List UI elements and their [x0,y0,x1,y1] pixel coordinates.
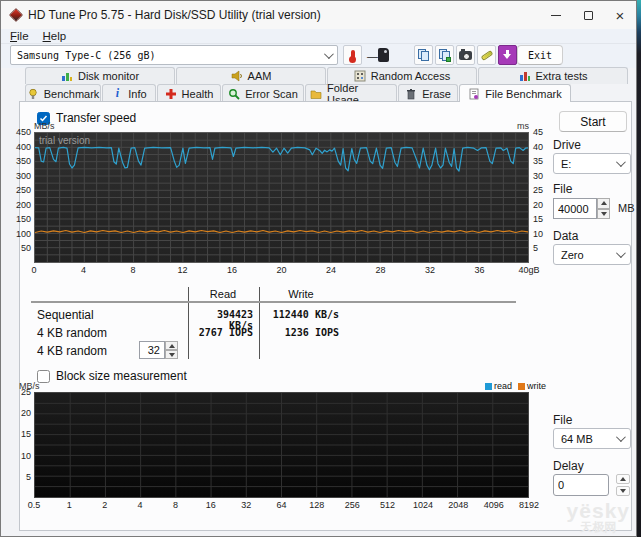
chart-legend: read write [485,381,546,391]
tab-label: Disk monitor [78,70,139,82]
tab-disk-monitor[interactable]: Disk monitor [25,67,175,84]
axis-tick: 4 [138,500,143,510]
axis-tick: 8 [130,265,135,275]
copy-text-button[interactable] [414,45,433,65]
app-icon [9,8,23,22]
axis-tick: 5 [533,243,538,253]
info-icon: i [111,88,123,100]
spin-down-button[interactable] [616,486,630,496]
block-size-label: Block size measurement [56,369,187,383]
delay-input[interactable] [553,474,609,496]
block-size-chart [34,392,529,498]
file-size-input[interactable] [553,198,597,219]
close-button[interactable]: × [604,1,636,29]
queue-depth-input[interactable] [139,341,165,359]
copy-image-button[interactable] [435,45,454,65]
axis-tick: 10 [21,451,31,461]
axis-tick: 4 [81,265,86,275]
axis-tick: 15 [21,429,31,439]
write-header: Write [261,288,341,300]
exit-button[interactable]: Exit [517,45,563,65]
axis-tick: 30 [533,171,543,181]
tab-label: File Benchmark [485,88,561,100]
y2-axis-ticks: 45403530252015105 [533,132,553,263]
data-pattern-select[interactable]: Zero [553,244,631,265]
highlight-button[interactable] [477,45,496,65]
start-button[interactable]: Start [559,111,627,132]
row-label: 4 KB random [37,326,107,340]
block-size-checkbox[interactable]: Block size measurement [37,369,187,383]
file-size-label: File [553,182,572,196]
axis-tick: 450 [16,127,31,137]
trial-version-watermark: trial version [39,135,90,146]
spin-down-button[interactable] [165,350,178,359]
axis-tick: 1024 [413,500,433,510]
data-pattern-value: Zero [561,249,584,261]
block-file-label: File [553,413,572,427]
update-button[interactable] [498,45,517,65]
tab-aam[interactable]: AAM [176,67,326,84]
menu-bar: File Help [1,29,636,44]
pen-icon [480,50,493,61]
axis-tick: 32 [425,265,435,275]
tab-erase[interactable]: Erase [398,84,458,102]
axis-tick: 2 [102,500,107,510]
drive-value: E: [561,158,571,170]
block-file-value: 64 MB [561,433,593,445]
red-cross-icon [165,88,177,100]
axis-tick: 0.5 [28,500,41,510]
queue-depth-spinner [139,341,178,359]
screen: HD Tune Pro 5.75 - Hard Disk/SSD Utility… [0,0,641,537]
y-axis-ticks: 45040035030025020015010050 [5,132,31,263]
legend-label: write [527,381,546,391]
axis-tick: 200 [16,200,31,210]
tab-benchmark[interactable]: Benchmark [25,84,101,102]
legend-write: write [518,381,546,391]
spin-up-button[interactable] [616,474,630,484]
screenshot-button[interactable] [456,45,475,65]
axis-tick: 8192 [519,500,539,510]
spin-down-button[interactable] [597,209,610,220]
axis-tick: 300 [16,171,31,181]
chevron-down-icon [616,248,626,258]
chart-icon [519,70,531,82]
y-axis-ticks: 252015105 [5,392,31,498]
tab-label: AAM [248,70,272,82]
spin-up-button[interactable] [597,198,610,209]
axis-tick: 16 [227,265,237,275]
axis-tick: 50 [21,243,31,253]
tab-row-2: Benchmark i Info Health Error Scan [25,84,572,102]
legend-read: read [485,381,512,391]
tab-label: Error Scan [245,88,298,100]
write-color-swatch [518,383,525,390]
file-size-unit: MB [618,202,635,214]
menu-file[interactable]: File [10,30,29,42]
spin-up-button[interactable] [165,341,178,350]
maximize-button[interactable] [572,1,604,29]
disk-status-icon [378,48,389,62]
tab-label: Erase [422,88,451,100]
block-file-select[interactable]: 64 MB [553,428,631,449]
row-label: 4 KB random [37,344,107,358]
tab-error-scan[interactable]: Error Scan [222,84,304,102]
temperature-button[interactable] [343,45,362,65]
device-select[interactable]: Samsung Type-C (256 gB) [10,45,338,65]
axis-tick: 128 [309,500,324,510]
drive-select[interactable]: E: [553,153,631,174]
tab-info[interactable]: i Info [102,84,156,102]
bar-chart-icon [61,70,73,82]
table-divider [31,301,516,303]
axis-tick: 45 [533,127,543,137]
tab-folder-usage[interactable]: Folder Usage [305,84,397,102]
block-size-plot [35,393,528,497]
chevron-down-icon [616,157,626,167]
tab-file-benchmark[interactable]: File Benchmark [459,84,571,102]
minimize-button[interactable] [540,1,572,29]
tab-extra-tests[interactable]: Extra tests [478,67,628,84]
device-select-value: Samsung Type-C (256 gB) [17,50,155,61]
menu-help[interactable]: Help [43,30,67,42]
tab-health[interactable]: Health [157,84,221,102]
chevron-down-icon [616,432,626,442]
magnifier-icon [228,88,240,100]
transfer-speed-chart [34,132,529,263]
